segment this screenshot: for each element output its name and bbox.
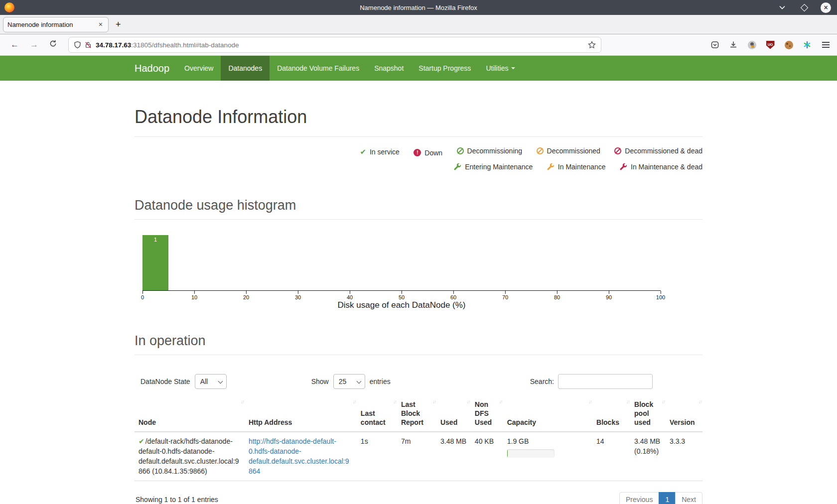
nav-item-utilities[interactable]: Utilities <box>478 56 522 81</box>
sort-icon[interactable]: ↓↑ <box>353 398 356 405</box>
reload-button[interactable] <box>44 40 62 50</box>
wrench-icon <box>620 163 627 170</box>
minimize-icon[interactable] <box>777 2 788 13</box>
shield-icon[interactable] <box>74 41 81 49</box>
sort-icon[interactable]: ↓↑ <box>588 398 591 405</box>
pagination-page-1[interactable]: 1 <box>659 492 676 504</box>
cell-block-pool-used: 3.48 MB (0.18%) <box>630 432 666 481</box>
col-version[interactable]: ↓↑Version <box>666 396 702 432</box>
col-blocks[interactable]: ↓↑Blocks <box>592 396 630 432</box>
close-icon[interactable]: × <box>821 2 831 13</box>
cookie-extension-icon[interactable] <box>784 40 793 49</box>
forward-button[interactable]: → <box>24 40 44 50</box>
cell-http-address: http://hdfs-datanode-default-0.hdfs-data… <box>245 432 357 481</box>
show-entries-group: Show 25 entries <box>311 374 391 389</box>
col-last-block-report[interactable]: ↓↑Last Block Report <box>397 396 436 432</box>
colorful-asterisk-extension-icon[interactable] <box>803 40 812 49</box>
col-node[interactable]: ↓↑Node <box>135 396 245 432</box>
x-tick: 50 <box>399 291 405 300</box>
ublock-origin-icon[interactable]: UO <box>766 40 775 49</box>
sort-icon[interactable]: ↓↑ <box>393 398 396 405</box>
hadoop-navbar: Hadoop Overview Datanodes Datanode Volum… <box>0 56 837 81</box>
x-tick: 60 <box>450 291 456 300</box>
status-legend: ✔In service !Down Decommissioning Decomm… <box>135 144 702 175</box>
entries-summary: Showing 1 to 1 of 1 entries <box>135 496 218 504</box>
legend-row-1: ✔In service !Down Decommissioning Decomm… <box>135 144 702 160</box>
x-tick: 40 <box>347 291 353 300</box>
legend-decommissioned-dead: Decommissioned & dead <box>614 144 702 158</box>
pagination-next[interactable]: Next <box>675 492 702 504</box>
capacity-value: 1.9 GB <box>507 436 588 446</box>
table-row: ✔/default-rack/hdfs-datanode-default-0.h… <box>135 432 702 481</box>
new-tab-button[interactable]: + <box>109 19 128 30</box>
col-block-pool-used[interactable]: ↓↑Block pool used <box>630 396 666 432</box>
search-label: Search: <box>530 378 554 385</box>
datanode-state-select[interactable]: All <box>195 374 227 389</box>
ban-circle-icon <box>614 147 621 154</box>
sort-icon[interactable]: ↓↑ <box>432 398 435 405</box>
nav-item-datanodes[interactable]: Datanodes <box>221 56 270 81</box>
nav-item-startup-progress[interactable]: Startup Progress <box>411 56 478 81</box>
firefox-logo-icon <box>4 2 14 12</box>
pocket-icon[interactable] <box>710 40 719 49</box>
x-tick: 30 <box>295 291 301 300</box>
legend-in-maintenance-dead: In Maintenance & dead <box>620 160 702 174</box>
histogram-bar-count: 1 <box>142 237 168 243</box>
browser-tab[interactable]: Namenode information × <box>3 17 109 32</box>
pagination: Previous 1 Next <box>619 492 702 504</box>
url-bar[interactable]: 34.78.17.63:31805/dfshealth.html#tab-dat… <box>68 37 601 53</box>
url-path: :31805/dfshealth.html#tab-datanode <box>131 41 239 49</box>
table-header-row: ↓↑Node ↓↑Http Address ↓↑Last contact ↓↑L… <box>135 396 702 432</box>
nav-item-volume-failures[interactable]: Datanode Volume Failures <box>270 56 367 81</box>
sort-icon[interactable]: ↓↑ <box>626 398 629 405</box>
search-input[interactable] <box>558 374 653 389</box>
exclamation-circle-icon: ! <box>414 149 421 156</box>
tab-close-icon[interactable]: × <box>97 20 104 28</box>
nav-item-overview[interactable]: Overview <box>177 56 221 81</box>
window-controls: × <box>777 2 837 13</box>
x-tick: 20 <box>243 291 249 300</box>
legend-row-2: Entering Maintenance In Maintenance In M… <box>135 160 702 175</box>
col-capacity[interactable]: ↓↑Capacity <box>503 396 592 432</box>
table-footer: Showing 1 to 1 of 1 entries Previous 1 N… <box>135 492 702 504</box>
show-entries-select-wrap: 25 <box>333 374 365 389</box>
pagination-previous[interactable]: Previous <box>619 492 659 504</box>
x-tick: 10 <box>191 291 197 300</box>
ban-circle-icon <box>457 147 464 154</box>
x-tick: 80 <box>554 291 560 300</box>
downloads-icon[interactable] <box>729 40 738 49</box>
col-http-address[interactable]: ↓↑Http Address <box>245 396 357 432</box>
sort-icon[interactable]: ↓↑ <box>662 398 665 405</box>
x-tick: 100 <box>656 291 665 300</box>
url-domain: 34.78.17.63 <box>96 41 131 49</box>
nav-item-snapshot[interactable]: Snapshot <box>367 56 411 81</box>
back-button[interactable]: ← <box>5 40 24 50</box>
maximize-icon[interactable] <box>799 2 810 13</box>
col-non-dfs-used[interactable]: ↓↑Non DFS Used <box>471 396 503 432</box>
navbar-brand[interactable]: Hadoop <box>135 63 177 74</box>
legend-down: !Down <box>414 146 442 160</box>
capacity-progress-bar <box>507 449 555 458</box>
privacy-extension-icon[interactable] <box>747 40 756 49</box>
bookmark-star-icon[interactable] <box>588 41 596 49</box>
col-used[interactable]: ↓↑Used <box>436 396 471 432</box>
table-controls: DataNode State All Show 25 entries Searc… <box>135 374 702 389</box>
http-address-link[interactable]: http://hdfs-datanode-default-0.hdfs-data… <box>249 437 349 476</box>
sort-icon[interactable]: ↓↑ <box>467 398 470 405</box>
url-text: 34.78.17.63:31805/dfshealth.html#tab-dat… <box>96 41 588 49</box>
tab-title: Namenode information <box>7 21 97 28</box>
sort-icon[interactable]: ↓↑ <box>499 398 502 405</box>
title-divider <box>135 136 702 137</box>
sort-icon[interactable]: ↓↑ <box>241 398 244 405</box>
search-group: Search: <box>530 374 653 389</box>
histogram-divider <box>135 219 702 220</box>
lock-insecure-icon[interactable] <box>85 41 92 49</box>
menu-icon[interactable] <box>821 40 830 49</box>
chevron-down-icon <box>511 67 515 69</box>
ban-circle-icon <box>537 147 544 154</box>
operation-divider <box>135 355 702 355</box>
col-last-contact[interactable]: ↓↑Last contact <box>357 396 397 432</box>
sort-icon[interactable]: ↓↑ <box>698 398 701 405</box>
legend-entering-maintenance: Entering Maintenance <box>454 160 533 174</box>
show-entries-select[interactable]: 25 <box>333 374 365 389</box>
